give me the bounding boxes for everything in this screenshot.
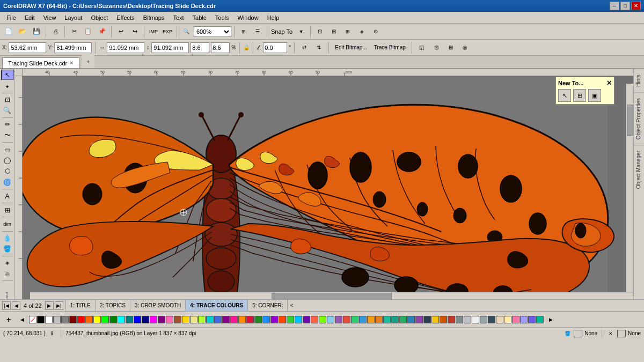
color-swatch-banana[interactable] (504, 316, 511, 323)
distribute-btn[interactable]: ⊞ (327, 25, 340, 38)
menu-bitmaps[interactable]: Bitmaps (139, 13, 169, 22)
color-swatch-purple[interactable] (158, 316, 165, 323)
close-button[interactable]: ✕ (631, 2, 641, 10)
last-page-btn[interactable]: ▶| (55, 301, 63, 310)
extra-btn1[interactable]: ◈ (355, 25, 368, 38)
menu-help[interactable]: Help (263, 13, 284, 22)
print-button[interactable]: 🖨 (49, 25, 62, 38)
object-properties-tab[interactable]: Object Properties (634, 92, 644, 145)
color-swatch-pink[interactable] (166, 316, 173, 323)
prev-page-btn[interactable]: ◀ (12, 301, 20, 310)
color-swatch-darkviolet[interactable] (270, 316, 278, 323)
bitmap-btn1[interactable]: ◱ (415, 41, 428, 54)
color-swatch-amethyst[interactable] (335, 316, 342, 323)
node-tool[interactable]: ⬥ (1, 80, 14, 91)
scroll-left-palette[interactable]: ◀ (16, 313, 28, 326)
more-pages-btn[interactable]: < (288, 302, 295, 308)
color-swatch-sienna[interactable] (174, 316, 181, 323)
page-tab-5[interactable]: 5: CORNER: (248, 300, 288, 311)
color-swatch-darkturquoise[interactable] (206, 316, 214, 323)
color-swatch-magenta[interactable] (150, 316, 157, 323)
color-swatch-orange2[interactable] (367, 316, 375, 323)
color-swatch-belizehole[interactable] (407, 316, 415, 323)
maximize-button[interactable]: □ (620, 2, 630, 10)
color-swatch-khaki[interactable] (190, 316, 197, 323)
edit-bitmap-button[interactable]: Edit Bitmap... (332, 41, 369, 54)
scroll-right-palette[interactable]: ▶ (544, 313, 557, 326)
info-btn[interactable]: ℹ (48, 329, 56, 338)
color-swatch-gold[interactable] (182, 316, 189, 323)
color-swatch-deepskyblue[interactable] (295, 316, 302, 323)
menu-tools[interactable]: Tools (211, 13, 233, 22)
width-input[interactable] (107, 42, 144, 53)
color-swatch-asbestos[interactable] (456, 316, 463, 323)
menu-edit[interactable]: Edit (20, 13, 39, 22)
color-swatch-darkmagenta[interactable] (222, 316, 230, 323)
hscroll-thumb[interactable] (272, 293, 392, 299)
bitmap-btn3[interactable]: ⊞ (444, 41, 457, 54)
menu-layout[interactable]: Layout (60, 13, 86, 22)
color-swatch-purpleheart[interactable] (528, 316, 536, 323)
color-swatch-mintleaf[interactable] (536, 316, 544, 323)
object-manager-tab[interactable]: Object Manager (634, 145, 644, 194)
smart-draw-tool[interactable]: 〜 (1, 130, 14, 141)
trace-bitmap-button[interactable]: Trace Bitmap (371, 41, 408, 54)
color-swatch-blue[interactable] (134, 316, 141, 323)
color-swatch-wetasphalt[interactable] (423, 316, 431, 323)
paste-button[interactable]: 📌 (96, 25, 108, 38)
color-swatch-alizarin[interactable] (343, 316, 350, 323)
color-swatch-white[interactable] (45, 316, 53, 323)
color-swatch-greensea[interactable] (391, 316, 399, 323)
fill-color-icon[interactable]: 🪣 (563, 330, 572, 337)
color-swatch-peterriver[interactable] (359, 316, 367, 323)
add-color-btn[interactable]: + (2, 313, 15, 326)
menu-table[interactable]: Table (188, 13, 211, 22)
color-swatch-concrete[interactable] (480, 316, 487, 323)
color-swatch-red[interactable] (77, 316, 85, 323)
color-swatch-lime[interactable] (101, 316, 109, 323)
flip-v-btn[interactable]: ⇅ (312, 41, 325, 54)
color-swatch-royalblue[interactable] (214, 316, 222, 323)
color-swatch-purple2[interactable] (303, 316, 310, 323)
color-swatch-navy[interactable] (142, 316, 149, 323)
grid-btn[interactable]: ⊞ (341, 25, 354, 38)
redo-button[interactable]: ↪ (128, 25, 141, 38)
color-swatch-pomegranate[interactable] (448, 316, 455, 323)
color-swatch-lavender[interactable] (520, 316, 528, 323)
color-swatch-orangered[interactable] (279, 316, 286, 323)
height-pct-input[interactable] (211, 42, 230, 53)
color-swatch-silver2[interactable] (464, 316, 471, 323)
flip-h-btn[interactable]: ⇄ (298, 41, 311, 54)
bitmap-btn4[interactable]: ◎ (459, 41, 472, 54)
width-pct-input[interactable] (191, 42, 209, 53)
color-swatch-nephritis[interactable] (399, 316, 407, 323)
color-swatch-tomato[interactable] (311, 316, 318, 323)
height-input[interactable] (151, 42, 189, 53)
no-color-swatch[interactable] (29, 316, 36, 323)
new-button[interactable]: 📄 (2, 25, 15, 38)
color-swatch-limegreen[interactable] (287, 316, 294, 323)
new-tab-btn[interactable]: + (82, 55, 94, 68)
stroke-icon[interactable]: ✕ (606, 330, 615, 337)
x-input[interactable] (9, 42, 46, 53)
document-tab[interactable]: Tracing Slide Deck.cdr ✕ (2, 57, 79, 68)
color-swatch-dodgerblue[interactable] (262, 316, 270, 323)
page-tab-4[interactable]: 4: TRACE COLOURS (186, 300, 248, 311)
color-swatch-lawngreen[interactable] (319, 316, 326, 323)
vertical-scrollbar[interactable] (626, 84, 633, 292)
color-swatch-carrot[interactable] (375, 316, 383, 323)
table-tool[interactable]: ⊞ (1, 205, 14, 215)
freehand-tool[interactable]: ✏ (1, 120, 14, 130)
color-swatch-orange[interactable] (85, 316, 93, 323)
crop-tool[interactable]: ⊡ (1, 94, 14, 105)
color-swatch-crimson[interactable] (246, 316, 254, 323)
menu-file[interactable]: File (2, 13, 20, 22)
color-swatch-silver[interactable] (53, 316, 61, 323)
menu-object[interactable]: Object (86, 13, 112, 22)
page-tab-2[interactable]: 2: TOPICS (96, 300, 130, 311)
next-page-btn[interactable]: ▶ (45, 301, 54, 310)
color-swatch-cyan[interactable] (118, 316, 125, 323)
spiral-tool[interactable]: 🌀 (1, 177, 14, 187)
ellipse-tool[interactable]: ◯ (1, 155, 14, 165)
hints-panel-tab[interactable]: Hints (634, 69, 644, 92)
